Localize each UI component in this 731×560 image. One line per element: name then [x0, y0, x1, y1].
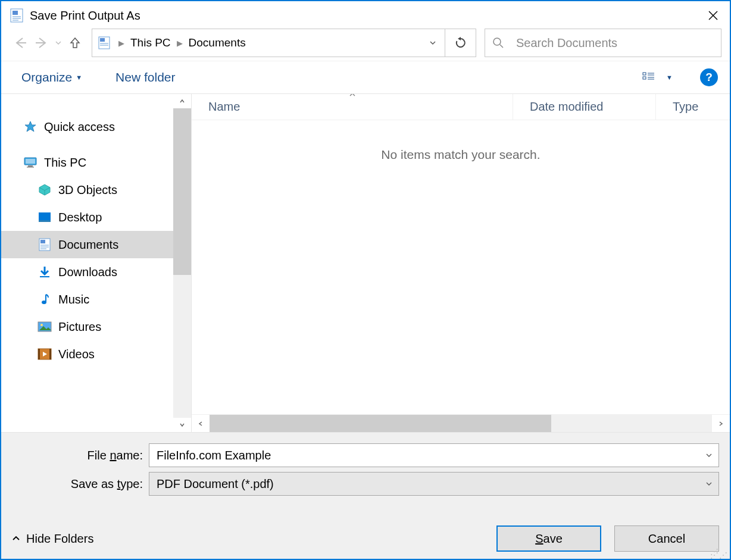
column-label: Date modified [530, 100, 603, 114]
music-icon [37, 292, 52, 307]
pictures-icon [37, 319, 52, 334]
close-button[interactable] [696, 1, 730, 30]
svg-rect-30 [39, 212, 51, 221]
scroll-thumb[interactable] [210, 415, 551, 432]
svg-point-40 [40, 324, 43, 326]
recent-locations-button[interactable] [52, 32, 64, 54]
help-button[interactable]: ? [700, 68, 718, 86]
organize-menu[interactable]: Organize ▼ [21, 70, 82, 85]
save-button[interactable]: Save [496, 525, 601, 552]
column-label: Type [673, 100, 698, 114]
forward-button[interactable] [31, 32, 52, 54]
svg-rect-25 [27, 167, 34, 168]
svg-rect-15 [643, 73, 646, 75]
tree-item-label: Desktop [58, 211, 102, 224]
svg-rect-31 [39, 220, 51, 222]
breadcrumb-separator-icon: ▶ [174, 39, 185, 48]
tree-item-label: Downloads [58, 265, 117, 279]
breadcrumb-documents[interactable]: Documents [185, 29, 249, 57]
scroll-track[interactable] [210, 415, 712, 432]
scroll-up-button[interactable] [173, 94, 191, 108]
chevron-down-icon [705, 480, 713, 487]
sort-ascending-icon [349, 94, 356, 97]
savetype-select[interactable]: PDF Document (*.pdf) [149, 472, 719, 496]
hide-folders-button[interactable]: Hide Folders [12, 532, 93, 546]
body-split: Quick access This PC 3D Objects Desktop [1, 94, 730, 433]
document-icon [10, 8, 24, 23]
star-icon [23, 119, 38, 134]
svg-rect-44 [49, 349, 51, 359]
tree-music[interactable]: Music [1, 286, 173, 313]
tree-item-label: 3D Objects [58, 183, 117, 197]
resize-grip-icon[interactable]: ⋰⋰⋰ [710, 550, 728, 557]
breadcrumb-this-pc[interactable]: This PC [127, 29, 174, 57]
tree-quick-access[interactable]: Quick access [1, 113, 173, 140]
column-name[interactable]: Name [192, 94, 513, 120]
column-label: Name [208, 100, 240, 114]
tree-pictures[interactable]: Pictures [1, 313, 173, 340]
svg-rect-16 [643, 77, 646, 79]
tree-documents[interactable]: Documents [1, 231, 173, 258]
svg-rect-24 [28, 165, 33, 167]
bottom-form: File name: FileInfo.com Example Save as … [1, 433, 730, 559]
tree-item-label: Videos [58, 348, 95, 361]
new-folder-label: New folder [115, 70, 175, 85]
window-title: Save Print Output As [30, 9, 696, 23]
horizontal-scrollbar[interactable] [192, 414, 730, 432]
search-icon [492, 37, 504, 49]
empty-message: No items match your search. [192, 120, 730, 414]
scroll-down-button[interactable] [173, 418, 191, 432]
tree-this-pc[interactable]: This PC [1, 149, 173, 176]
scroll-track[interactable] [173, 108, 191, 418]
search-box[interactable] [485, 29, 721, 57]
scroll-left-button[interactable] [192, 415, 210, 432]
tree-desktop[interactable]: Desktop [1, 204, 173, 231]
up-button[interactable] [64, 32, 86, 54]
videos-icon [37, 346, 52, 362]
tree-3d-objects[interactable]: 3D Objects [1, 176, 173, 204]
address-bar[interactable]: ▶ This PC ▶ Documents [92, 29, 445, 57]
refresh-button[interactable] [445, 29, 476, 57]
savetype-value: PDF Document (*.pdf) [157, 477, 274, 491]
cancel-button[interactable]: Cancel [614, 525, 719, 552]
navigation-row: ▶ This PC ▶ Documents [1, 30, 730, 61]
tree-scrollbar[interactable] [173, 94, 191, 432]
column-date-modified[interactable]: Date modified [513, 94, 656, 120]
address-dropdown-button[interactable] [421, 29, 445, 57]
svg-rect-1 [13, 11, 18, 15]
scroll-right-button[interactable] [712, 415, 730, 432]
chevron-up-icon [12, 535, 20, 542]
hide-folders-label: Hide Folders [26, 532, 93, 546]
filename-input[interactable]: FileInfo.com Example [149, 443, 719, 467]
svg-point-38 [42, 301, 46, 304]
scroll-thumb[interactable] [173, 108, 191, 275]
svg-rect-10 [100, 38, 105, 42]
new-folder-button[interactable]: New folder [115, 70, 175, 85]
toolbar: Organize ▼ New folder ▼ ? [1, 61, 730, 94]
tree-item-label: Music [58, 293, 89, 306]
svg-point-13 [493, 38, 501, 45]
tree-item-label: Pictures [58, 320, 101, 334]
view-options-button[interactable]: ▼ [642, 71, 673, 83]
chevron-down-icon: ▼ [666, 74, 673, 81]
cube-icon [37, 182, 52, 198]
search-input[interactable] [515, 36, 714, 51]
title-bar: Save Print Output As [1, 1, 730, 30]
back-button[interactable] [10, 32, 31, 54]
breadcrumb-separator-icon: ▶ [116, 39, 127, 48]
desktop-icon [37, 209, 52, 225]
tree-item-label: Quick access [44, 120, 115, 134]
filename-dropdown-button[interactable] [705, 452, 713, 459]
filename-label: File name: [12, 449, 149, 462]
tree-downloads[interactable]: Downloads [1, 258, 173, 286]
column-type[interactable]: Type [656, 94, 730, 120]
location-icon [92, 29, 116, 57]
svg-rect-33 [40, 240, 45, 243]
svg-marker-21 [25, 121, 36, 132]
savetype-label: Save as type: [12, 477, 149, 491]
svg-rect-23 [26, 159, 35, 164]
tree-videos[interactable]: Videos [1, 340, 173, 368]
organize-label: Organize [21, 70, 72, 85]
svg-line-14 [500, 45, 503, 48]
tree-item-label: This PC [44, 156, 86, 170]
